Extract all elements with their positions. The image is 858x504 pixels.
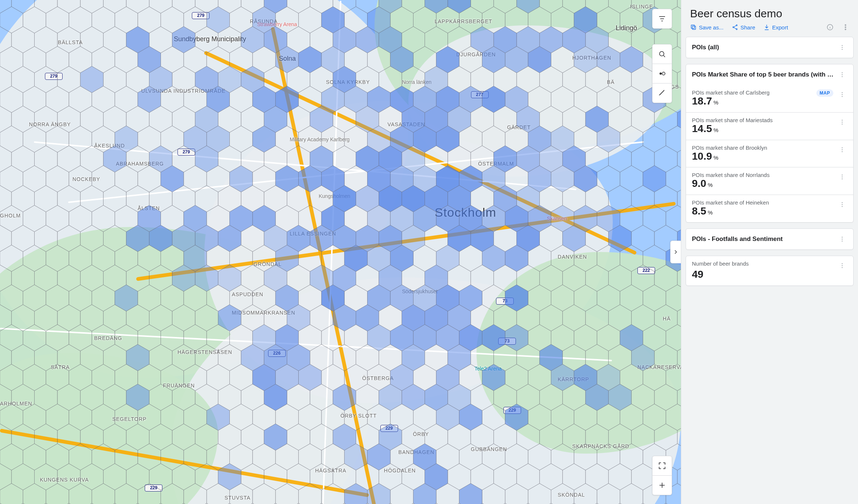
card-brand-count: Number of beer brands 49 [686,256,854,286]
card-more-button[interactable] [837,42,847,53]
kpi-label: POIs market share of Norrlands [692,172,833,178]
kpi-more-button[interactable] [837,172,847,182]
svg-point-13 [842,47,843,48]
svg-point-31 [842,204,843,205]
side-panel: Beer census demo Save as... Share Export [681,0,858,504]
svg-point-30 [842,202,843,203]
card-more-button[interactable] [837,234,847,244]
kpi-value: 9.0% [692,178,833,189]
info-button[interactable] [826,24,834,31]
fullscreen-button[interactable] [652,456,672,476]
zoom-in-button[interactable] [652,476,672,495]
svg-point-15 [842,72,843,73]
svg-point-35 [842,241,843,241]
card-market-share: POIs Market Share of top 5 beer brands (… [686,64,854,223]
kpi-row[interactable]: POIs market share of Brooklyn10.9% [686,140,853,167]
kpi-value: 8.5% [692,206,833,217]
kpi-value: 10.9% [692,151,833,162]
kpi-row[interactable]: POIs market share of Norrlands9.0% [686,167,853,195]
card-footfalls: POIs - Footfalls and Sentiment [686,228,854,250]
svg-point-5 [736,25,737,26]
export-link[interactable]: Export [763,24,788,31]
card-title: POIs (all) [692,44,837,51]
svg-rect-4 [692,26,696,29]
svg-point-23 [842,124,843,124]
svg-point-27 [842,175,843,175]
panel-more-button[interactable] [842,24,849,31]
svg-point-18 [842,92,843,93]
svg-point-28 [842,177,843,177]
hex-overlay [0,0,681,504]
panel-header: Beer census demo Save as... Share Export [681,0,858,34]
svg-point-6 [733,27,734,28]
kpi-more-button[interactable] [837,199,847,210]
kpi-more-button[interactable] [837,145,847,155]
svg-point-1 [660,72,662,75]
map-badge: MAP [816,89,833,97]
share-link[interactable]: Share [732,24,755,31]
kpi-row[interactable]: POIs market share of Mariestads14.5% [686,112,853,140]
kpi-value: 18.7% [692,96,813,107]
collapse-panel-handle[interactable] [670,241,681,263]
svg-point-36 [842,263,843,264]
search-button[interactable] [652,44,672,64]
card-title: POIs Market Share of top 5 beer brands (… [692,71,837,78]
card-more-button[interactable] [837,260,847,271]
kpi-list: POIs market share of Carlsberg18.7%MAPPO… [686,85,853,222]
kpi-more-button[interactable] [837,89,847,100]
svg-point-2 [662,72,665,75]
svg-point-0 [660,52,664,56]
save-as-label: Save as... [699,24,724,31]
kpi-label: POIs market share of Heineken [692,199,833,206]
svg-point-21 [842,120,843,120]
style-button[interactable] [652,64,672,84]
svg-point-17 [842,76,843,77]
svg-point-12 [842,45,843,46]
kpi-value: 14.5% [692,123,833,135]
svg-point-22 [842,122,843,123]
page-title: Beer census demo [690,7,849,20]
svg-point-9 [845,25,846,26]
map-canvas[interactable]: Sundbyberg MunicipalitySolnaLidingöStock… [0,0,681,504]
export-label: Export [772,24,788,31]
svg-point-20 [842,96,843,97]
measure-button[interactable] [652,84,672,103]
kpi-label: POIs market share of Mariestads [692,117,833,123]
kpi-label: POIs market share of Brooklyn [692,145,833,151]
svg-point-32 [842,206,843,207]
svg-point-29 [842,178,843,179]
card-more-button[interactable] [837,70,847,80]
svg-point-26 [842,151,843,152]
kpi-row[interactable]: POIs market share of Heineken8.5% [686,195,853,222]
svg-point-33 [842,237,843,238]
share-label: Share [741,24,755,31]
kpi-value: 49 [692,269,833,280]
card-title: POIs - Footfalls and Sentiment [692,235,837,243]
svg-point-37 [842,265,843,266]
svg-point-24 [842,147,843,148]
svg-point-7 [736,29,737,30]
svg-point-38 [842,267,843,268]
svg-point-14 [842,49,843,50]
svg-rect-3 [691,25,695,28]
svg-point-16 [842,74,843,75]
svg-point-34 [842,239,843,239]
kpi-label: Number of beer brands [692,260,833,267]
filter-button[interactable] [652,9,672,29]
svg-point-11 [845,29,846,30]
save-as-link[interactable]: Save as... [690,24,724,31]
svg-point-25 [842,149,843,150]
svg-point-19 [842,94,843,95]
kpi-row[interactable]: POIs market share of Carlsberg18.7%MAP [686,85,853,112]
card-pois-all: POIs (all) [686,37,854,58]
kpi-more-button[interactable] [837,117,847,127]
svg-point-10 [845,27,846,28]
kpi-label: POIs market share of Carlsberg [692,89,813,96]
